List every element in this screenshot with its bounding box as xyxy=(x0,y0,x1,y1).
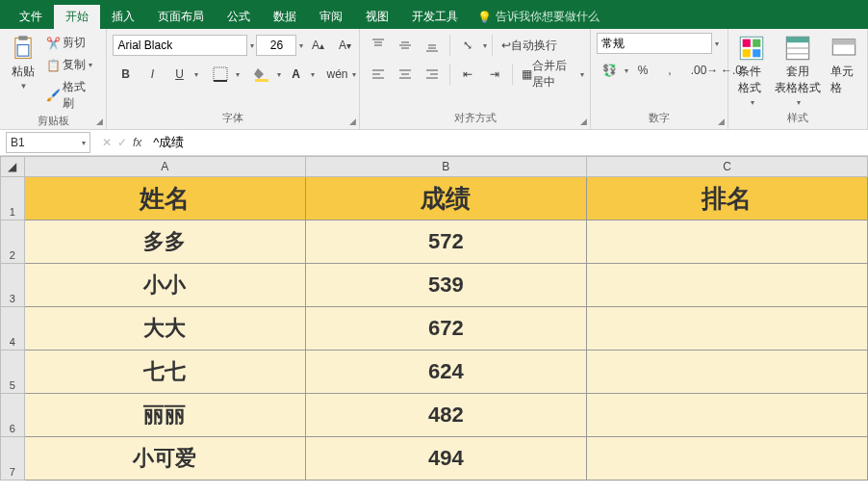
chevron-down-icon[interactable]: ▾ xyxy=(311,70,315,79)
cell[interactable]: 482 xyxy=(305,394,586,437)
row-header[interactable]: 5 xyxy=(1,351,25,394)
cell[interactable]: 624 xyxy=(305,351,586,394)
format-painter-button[interactable]: 🖌️格式刷 xyxy=(42,77,100,114)
font-size-select[interactable] xyxy=(256,35,296,56)
chevron-down-icon[interactable]: ▾ xyxy=(715,39,719,48)
tab-formula[interactable]: 公式 xyxy=(216,5,262,29)
dialog-launcher-icon[interactable]: ◢ xyxy=(580,117,587,126)
dialog-launcher-icon[interactable]: ◢ xyxy=(96,117,103,126)
cell[interactable] xyxy=(586,351,867,394)
chevron-down-icon[interactable]: ▾ xyxy=(82,139,86,147)
chevron-down-icon[interactable]: ▾ xyxy=(194,70,198,79)
row-header[interactable]: 7 xyxy=(1,437,25,481)
accounting-format-button[interactable]: 💱 xyxy=(597,58,622,83)
italic-button[interactable]: I xyxy=(140,62,165,87)
align-bottom-button[interactable] xyxy=(420,33,445,58)
col-header-b[interactable]: B xyxy=(305,157,586,177)
increase-decimal-button[interactable]: .00→ xyxy=(692,58,717,83)
cell[interactable]: 小可爱 xyxy=(24,437,305,481)
decrease-indent-button[interactable]: ⇤ xyxy=(455,62,480,87)
row-header[interactable]: 1 xyxy=(1,177,25,221)
percent-button[interactable]: % xyxy=(630,58,655,83)
chevron-down-icon[interactable]: ▾ xyxy=(352,70,356,79)
name-box[interactable]: B1 ▾ xyxy=(6,132,90,153)
col-header-a[interactable]: A xyxy=(24,157,305,177)
copy-button[interactable]: 📋复制▾ xyxy=(42,55,100,75)
cell-styles-button[interactable]: 单元格 xyxy=(827,33,861,98)
tab-file[interactable]: 文件 xyxy=(8,5,54,29)
fx-icon[interactable]: fx xyxy=(133,136,141,149)
formula-input[interactable] xyxy=(147,132,868,153)
row-header[interactable]: 3 xyxy=(1,264,25,307)
number-format-select[interactable] xyxy=(597,33,712,54)
merge-center-button[interactable]: ▦合并后居中 xyxy=(518,62,577,87)
cell[interactable] xyxy=(586,221,867,264)
cell[interactable]: 大大 xyxy=(24,307,305,351)
tab-view[interactable]: 视图 xyxy=(354,5,400,29)
align-left-button[interactable] xyxy=(366,62,391,87)
chevron-down-icon[interactable]: ▾ xyxy=(483,41,487,50)
phonetic-button[interactable]: wén xyxy=(324,62,349,87)
chevron-down-icon[interactable]: ▾ xyxy=(580,70,584,79)
cell[interactable] xyxy=(586,394,867,437)
cell-style-label: 单元格 xyxy=(830,64,857,96)
cell[interactable]: 672 xyxy=(305,307,586,351)
cell[interactable]: 排名 xyxy=(586,177,867,221)
chevron-down-icon[interactable]: ▾ xyxy=(236,70,240,79)
underline-button[interactable]: U xyxy=(166,62,191,87)
cell[interactable] xyxy=(586,307,867,351)
comma-button[interactable]: , xyxy=(657,58,682,83)
chevron-down-icon[interactable]: ▾ xyxy=(250,41,254,50)
wrap-text-button[interactable]: ↩自动换行 xyxy=(498,33,561,58)
tell-me[interactable]: 💡 告诉我你想要做什么 xyxy=(470,5,607,29)
cell[interactable] xyxy=(586,437,867,481)
paste-button[interactable]: 粘贴 ▼ xyxy=(6,33,40,92)
tab-dev[interactable]: 开发工具 xyxy=(400,5,470,29)
cell[interactable]: 姓名 xyxy=(24,177,305,221)
bold-button[interactable]: B xyxy=(113,62,138,87)
cell[interactable]: 多多 xyxy=(24,221,305,264)
tab-insert[interactable]: 插入 xyxy=(100,5,146,29)
cell[interactable]: 成绩 xyxy=(305,177,586,221)
align-middle-button[interactable] xyxy=(393,33,418,58)
align-right-button[interactable] xyxy=(420,62,445,87)
cut-button[interactable]: ✂️剪切 xyxy=(42,33,100,53)
cancel-icon[interactable]: ✕ xyxy=(102,136,112,149)
dialog-launcher-icon[interactable]: ◢ xyxy=(349,117,356,126)
tab-home[interactable]: 开始 xyxy=(54,5,100,29)
cell[interactable]: 494 xyxy=(305,437,586,481)
format-as-table-button[interactable]: 套用 表格格式▾ xyxy=(771,33,825,109)
svg-rect-28 xyxy=(753,49,760,57)
select-all-corner[interactable]: ◢ xyxy=(1,157,25,177)
orientation-button[interactable]: ⤡ xyxy=(455,33,480,58)
cell[interactable]: 572 xyxy=(305,221,586,264)
font-name-select[interactable] xyxy=(113,35,247,56)
cell[interactable]: 七七 xyxy=(24,351,305,394)
increase-indent-button[interactable]: ⇥ xyxy=(482,62,507,87)
cell[interactable]: 小小 xyxy=(24,264,305,307)
decrease-font-button[interactable]: A▾ xyxy=(332,33,357,58)
cell[interactable]: 丽丽 xyxy=(24,394,305,437)
row-header[interactable]: 4 xyxy=(1,307,25,351)
tab-review[interactable]: 审阅 xyxy=(308,5,354,29)
row-header[interactable]: 6 xyxy=(1,394,25,437)
worksheet-grid[interactable]: ◢ A B C 1 姓名 成绩 排名 2 多多 572 3 小小 539 4 大… xyxy=(0,156,868,494)
chevron-down-icon[interactable]: ▾ xyxy=(277,70,281,79)
cell[interactable] xyxy=(586,264,867,307)
chevron-down-icon[interactable]: ▾ xyxy=(625,66,628,75)
align-top-button[interactable] xyxy=(366,33,391,58)
chevron-down-icon[interactable]: ▾ xyxy=(299,41,303,50)
cell[interactable]: 539 xyxy=(305,264,586,307)
dialog-launcher-icon[interactable]: ◢ xyxy=(718,117,725,126)
font-color-button[interactable]: A xyxy=(283,62,308,87)
border-button[interactable] xyxy=(208,62,233,87)
increase-font-button[interactable]: A▴ xyxy=(305,33,330,58)
tab-data[interactable]: 数据 xyxy=(262,5,308,29)
fill-color-button[interactable] xyxy=(249,62,274,87)
row-header[interactable]: 2 xyxy=(1,221,25,264)
conditional-format-button[interactable]: 条件格式▾ xyxy=(734,33,769,109)
tab-layout[interactable]: 页面布局 xyxy=(146,5,216,29)
col-header-c[interactable]: C xyxy=(586,157,867,177)
enter-icon[interactable]: ✓ xyxy=(117,136,127,149)
align-center-button[interactable] xyxy=(393,62,418,87)
